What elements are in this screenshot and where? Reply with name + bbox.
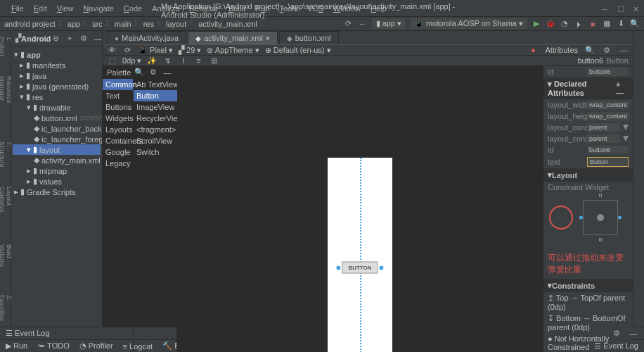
tree-item[interactable]: ▸ ▮ Gradle Scripts: [13, 187, 101, 197]
profile-icon[interactable]: ◔: [560, 19, 569, 29]
rail-resmgr[interactable]: Resource Manager: [0, 76, 13, 127]
stop-icon[interactable]: ■: [588, 19, 598, 29]
annotation-text: 可以通过拖动来改变弹簧比重: [543, 249, 633, 279]
device-frame[interactable]: BUTTON: [328, 158, 392, 352]
tree-file[interactable]: ◆ button.xml 2020/5/1 10:48, 154 B: [13, 113, 101, 123]
tree-item[interactable]: ▾ ▮ drawable: [13, 102, 101, 113]
left-rail: 1: Project Resource Manager 7: Structure…: [0, 31, 11, 327]
minimize-icon[interactable]: ─: [602, 5, 609, 12]
tree-file[interactable]: ◆ ic_launcher_background.xml: [13, 123, 101, 134]
project-tree[interactable]: ▾ ▮ app ▸ ▮ manifests ▸ ▮ java ▸ ▮ java …: [11, 46, 102, 327]
project-view[interactable]: Android: [21, 34, 51, 43]
tree-file[interactable]: ◆ activity_main.xml 2020/5/1 22:34, 8: [13, 155, 101, 165]
window-title: My Application [G:\Android project] ...\…: [161, 2, 483, 19]
gear-icon[interactable]: ⚙: [612, 329, 622, 339]
tw-logcat[interactable]: ≡ Logcat: [123, 342, 153, 351]
android-icon: ▞: [15, 34, 21, 44]
back-icon[interactable]: ←: [358, 19, 368, 29]
design-canvas[interactable]: BUTTON + − ⛶ ◰ androidx.constraintlayout…: [177, 66, 543, 352]
tw-eventlog[interactable]: ☰ Event Log: [594, 341, 638, 351]
rail-project[interactable]: 1: Project: [0, 37, 13, 62]
palette-categories[interactable]: Common Text Buttons Widgets Layouts Cont…: [103, 79, 134, 352]
align-icon[interactable]: ≡: [193, 56, 203, 65]
collapse-icon[interactable]: ⊖: [51, 34, 60, 44]
gear-icon[interactable]: ⚙: [79, 34, 89, 44]
orient-icon[interactable]: ⟳: [122, 45, 132, 55]
tree-item[interactable]: ▸ ▮ java: [13, 70, 101, 81]
gear-icon[interactable]: ⚙: [148, 68, 158, 77]
section-constraints[interactable]: ▾ Constraints: [543, 279, 633, 292]
crumb[interactable]: main: [115, 20, 131, 28]
locale-pick[interactable]: ⊕ Default (en-us) ▾: [265, 46, 331, 55]
rail-favorites[interactable]: 2: Favorites: [0, 295, 13, 327]
design-toolbar: 👁 ⟳ 📱 Pixel ▾ ▞ 29 ▾ ⊛ AppTheme ▾ ⊕ Defa…: [103, 45, 633, 56]
canvas-button[interactable]: BUTTON: [342, 262, 378, 274]
tree-item[interactable]: ▾ ▮ layout: [13, 144, 101, 155]
api-pick[interactable]: ▞ 29 ▾: [179, 46, 201, 55]
tw-profiler[interactable]: ◔ Profiler: [79, 341, 113, 351]
tree-item[interactable]: ▸ ▮ values: [13, 176, 101, 187]
breadcrumb-bar: android project〉 app〉 src〉 main〉 res〉 la…: [0, 17, 644, 31]
search-icon[interactable]: 🔍: [585, 45, 595, 55]
crumb[interactable]: android project: [4, 20, 56, 28]
attributes-panel: idbutton6 ▾ Declared Attributes + — layo…: [543, 66, 633, 352]
search-icon[interactable]: 🔍: [134, 68, 144, 77]
run-icon[interactable]: ▶: [532, 19, 541, 29]
tree-file[interactable]: ◆ ic_launcher_foreground.xml (v24): [13, 134, 101, 144]
close-icon[interactable]: ✕: [633, 5, 640, 12]
crumb[interactable]: res: [143, 20, 154, 28]
hide-icon[interactable]: —: [619, 45, 629, 55]
error-icon[interactable]: ●: [529, 45, 539, 55]
rail-variants[interactable]: Build Variants: [0, 244, 13, 281]
search-icon[interactable]: 🔍: [630, 19, 640, 29]
magnet-icon[interactable]: ⬚: [107, 56, 117, 65]
sdk-icon[interactable]: ⬇: [616, 19, 626, 29]
constraint-widget[interactable]: 0 0: [543, 193, 633, 249]
module-select[interactable]: ▮ app ▾: [372, 18, 406, 29]
avd-icon[interactable]: ▦: [602, 19, 612, 29]
right-rail: [633, 31, 644, 327]
target-icon[interactable]: ⌖: [65, 34, 75, 44]
clear-icon[interactable]: ↯: [162, 56, 172, 65]
guide-icon[interactable]: Ⅰ: [178, 56, 188, 65]
sync-icon[interactable]: ⟳: [344, 19, 354, 29]
device-select[interactable]: 📱 motorola AOSP on Shama ▾: [410, 18, 527, 29]
rail-structure[interactable]: 7: Structure: [0, 142, 13, 172]
attach-icon[interactable]: ⏵: [574, 19, 584, 29]
tab-button-xml[interactable]: ◆ button.xml: [279, 31, 339, 44]
crumb[interactable]: src: [92, 20, 103, 28]
annotation-circle: [549, 206, 573, 230]
pack-icon[interactable]: ⊞: [209, 56, 219, 65]
tree-item[interactable]: ▸ ▮ java (generated): [13, 81, 101, 92]
tw-run[interactable]: ▶ Run: [6, 341, 27, 351]
crumb[interactable]: activity_main.xml: [198, 20, 257, 28]
rail-captures[interactable]: Layout Captures: [0, 187, 13, 231]
tree-item[interactable]: ▸ ▮ manifests: [13, 60, 101, 70]
debug-icon[interactable]: 🐞: [546, 19, 555, 29]
tw-todo[interactable]: ≔ TODO: [37, 341, 69, 351]
tab-activity-main[interactable]: ◆ activity_main.xml ×: [188, 31, 278, 44]
theme-pick[interactable]: ⊛ AppTheme ▾: [207, 46, 259, 55]
editor-tabs: ● MainActivity.java ◆ activity_main.xml …: [103, 31, 633, 45]
hide-icon[interactable]: —: [93, 34, 103, 44]
section-declared[interactable]: ▾ Declared Attributes + —: [543, 77, 633, 99]
tree-item[interactable]: ▾ ▮ res: [13, 92, 101, 102]
tree-item[interactable]: ▸ ▮ mipmap: [13, 165, 101, 176]
crumb[interactable]: app: [67, 20, 80, 28]
tw-eventlog-top[interactable]: ☰ Event Log: [6, 329, 50, 338]
project-panel: ▞ Android ⊖ ⌖ ⚙ — ▾ ▮ app ▸ ▮ manifests …: [11, 31, 103, 327]
attr-id[interactable]: button6: [587, 68, 629, 76]
crumb[interactable]: layout: [166, 20, 186, 28]
eye-icon[interactable]: 👁: [107, 45, 117, 55]
guideline: [360, 158, 361, 352]
tree-root[interactable]: ▾ ▮ app: [13, 49, 101, 60]
palette-header: Palette 🔍⚙—: [103, 66, 176, 79]
wand-icon[interactable]: ✨: [147, 56, 157, 65]
device-pick[interactable]: 📱 Pixel ▾: [138, 46, 173, 55]
maximize-icon[interactable]: ☐: [617, 5, 624, 12]
section-layout[interactable]: ▾ Layout: [543, 168, 633, 182]
tab-java[interactable]: ● MainActivity.java: [107, 31, 186, 44]
attrs-title: Attributes: [546, 46, 578, 54]
attr-comp: button6: [577, 56, 603, 65]
gear-icon[interactable]: ⚙: [602, 45, 612, 55]
